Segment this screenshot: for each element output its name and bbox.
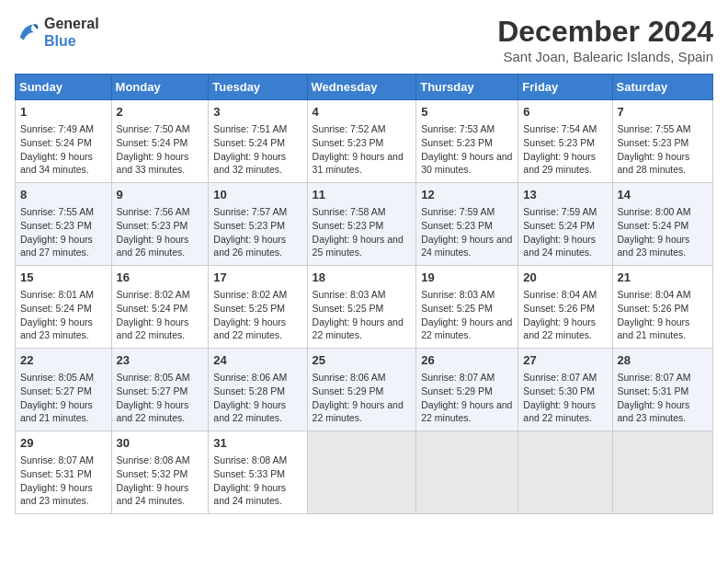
day-number: 7 [618,104,708,121]
daylight-text: Daylight: 9 hours and 22 minutes. [421,316,512,341]
sunrise-text: Sunrise: 8:07 AM [20,454,94,465]
daylight-text: Daylight: 9 hours and 24 minutes. [213,482,286,507]
calendar-cell: 25Sunrise: 8:06 AMSunset: 5:29 PMDayligh… [307,349,416,431]
calendar-cell: 11Sunrise: 7:58 AMSunset: 5:23 PMDayligh… [307,183,416,266]
daylight-text: Daylight: 9 hours and 26 minutes. [117,234,189,259]
daylight-text: Daylight: 9 hours and 23 minutes. [20,482,93,507]
sunset-text: Sunset: 5:23 PM [313,220,384,231]
daylight-text: Daylight: 9 hours and 24 minutes. [117,482,189,507]
sunset-text: Sunset: 5:27 PM [117,385,188,396]
sunset-text: Sunset: 5:24 PM [20,303,92,314]
sunrise-text: Sunrise: 8:00 AM [618,206,691,217]
daylight-text: Daylight: 9 hours and 22 minutes. [213,399,286,424]
sunrise-text: Sunrise: 7:49 AM [20,123,94,134]
day-number: 24 [213,352,301,369]
weekday-header-friday: Friday [518,75,612,100]
daylight-text: Daylight: 9 hours and 22 minutes. [117,316,189,341]
weekday-header-sunday: Sunday [16,75,112,100]
day-number: 5 [421,104,513,121]
sunset-text: Sunset: 5:24 PM [523,220,595,231]
sunset-text: Sunset: 5:23 PM [618,137,689,148]
calendar-cell: 6Sunrise: 7:54 AMSunset: 5:23 PMDaylight… [518,100,612,183]
weekday-header-tuesday: Tuesday [209,75,307,100]
sunrise-text: Sunrise: 7:54 AM [523,123,597,134]
calendar-cell: 13Sunrise: 7:59 AMSunset: 5:24 PMDayligh… [518,183,612,266]
sunset-text: Sunset: 5:28 PM [213,385,285,396]
calendar-cell: 27Sunrise: 8:07 AMSunset: 5:30 PMDayligh… [518,349,612,431]
daylight-text: Daylight: 9 hours and 34 minutes. [20,151,93,176]
sunset-text: Sunset: 5:23 PM [313,137,384,148]
day-number: 20 [523,270,607,286]
day-number: 8 [20,187,107,203]
calendar-week-row: 22Sunrise: 8:05 AMSunset: 5:27 PMDayligh… [16,349,713,431]
calendar-cell: 19Sunrise: 8:03 AMSunset: 5:25 PMDayligh… [416,266,518,349]
day-number: 16 [117,270,204,286]
sunrise-text: Sunrise: 7:55 AM [20,206,94,217]
sunset-text: Sunset: 5:29 PM [421,385,493,396]
weekday-header-wednesday: Wednesday [307,75,416,100]
sunset-text: Sunset: 5:24 PM [213,137,285,148]
sunrise-text: Sunrise: 7:57 AM [213,206,287,217]
day-number: 18 [313,270,412,286]
daylight-text: Daylight: 9 hours and 28 minutes. [618,151,690,176]
daylight-text: Daylight: 9 hours and 25 minutes. [313,234,404,259]
sunset-text: Sunset: 5:23 PM [523,137,595,148]
sunrise-text: Sunrise: 8:03 AM [421,289,495,300]
sunset-text: Sunset: 5:24 PM [618,220,689,231]
sunset-text: Sunset: 5:26 PM [523,303,595,314]
sunset-text: Sunset: 5:32 PM [117,468,188,479]
calendar-cell: 1Sunrise: 7:49 AMSunset: 5:24 PMDaylight… [16,100,112,183]
calendar-week-row: 15Sunrise: 8:01 AMSunset: 5:24 PMDayligh… [16,266,713,349]
calendar-cell: 10Sunrise: 7:57 AMSunset: 5:23 PMDayligh… [209,183,307,266]
day-number: 25 [313,352,412,369]
day-number: 26 [421,352,513,369]
daylight-text: Daylight: 9 hours and 22 minutes. [523,316,596,341]
sunrise-text: Sunrise: 8:05 AM [117,372,190,383]
sunset-text: Sunset: 5:23 PM [421,137,493,148]
daylight-text: Daylight: 9 hours and 26 minutes. [213,234,286,259]
sunset-text: Sunset: 5:31 PM [618,385,689,396]
sunset-text: Sunset: 5:25 PM [421,303,493,314]
calendar-week-row: 1Sunrise: 7:49 AMSunset: 5:24 PMDaylight… [16,100,713,183]
weekday-header-thursday: Thursday [416,75,518,100]
calendar-cell: 17Sunrise: 8:02 AMSunset: 5:25 PMDayligh… [209,266,307,349]
logo-icon [15,19,40,45]
day-number: 2 [117,104,204,121]
sunrise-text: Sunrise: 7:50 AM [117,123,190,134]
daylight-text: Daylight: 9 hours and 27 minutes. [20,234,93,259]
title-section: December 2024 Sant Joan, Balearic Island… [497,15,713,64]
daylight-text: Daylight: 9 hours and 22 minutes. [313,316,404,341]
calendar-cell: 9Sunrise: 7:56 AMSunset: 5:23 PMDaylight… [111,183,209,266]
daylight-text: Daylight: 9 hours and 22 minutes. [117,399,189,424]
daylight-text: Daylight: 9 hours and 22 minutes. [313,399,404,424]
daylight-text: Daylight: 9 hours and 23 minutes. [20,316,93,341]
sunset-text: Sunset: 5:29 PM [313,385,384,396]
daylight-text: Daylight: 9 hours and 23 minutes. [618,399,690,424]
day-number: 15 [20,270,107,286]
sunrise-text: Sunrise: 8:07 AM [523,372,597,383]
day-number: 19 [421,270,513,286]
sunrise-text: Sunrise: 8:02 AM [117,289,190,300]
day-number: 13 [523,187,607,203]
calendar-cell [307,431,416,514]
daylight-text: Daylight: 9 hours and 33 minutes. [117,151,189,176]
calendar-cell: 14Sunrise: 8:00 AMSunset: 5:24 PMDayligh… [612,183,712,266]
calendar-cell: 8Sunrise: 7:55 AMSunset: 5:23 PMDaylight… [16,183,112,266]
daylight-text: Daylight: 9 hours and 22 minutes. [421,399,512,424]
daylight-text: Daylight: 9 hours and 24 minutes. [421,234,512,259]
sunrise-text: Sunrise: 7:58 AM [313,206,386,217]
sunrise-text: Sunrise: 8:01 AM [20,289,94,300]
calendar-cell: 7Sunrise: 7:55 AMSunset: 5:23 PMDaylight… [612,100,712,183]
calendar-cell: 21Sunrise: 8:04 AMSunset: 5:26 PMDayligh… [612,266,712,349]
sunset-text: Sunset: 5:25 PM [313,303,384,314]
sunset-text: Sunset: 5:23 PM [20,220,92,231]
sunrise-text: Sunrise: 8:04 AM [523,289,597,300]
calendar-cell: 3Sunrise: 7:51 AMSunset: 5:24 PMDaylight… [209,100,307,183]
sunset-text: Sunset: 5:26 PM [618,303,689,314]
sunrise-text: Sunrise: 8:06 AM [213,372,287,383]
daylight-text: Daylight: 9 hours and 22 minutes. [213,316,286,341]
calendar-cell: 20Sunrise: 8:04 AMSunset: 5:26 PMDayligh… [518,266,612,349]
sunset-text: Sunset: 5:33 PM [213,468,285,479]
sunrise-text: Sunrise: 7:55 AM [618,123,691,134]
day-number: 11 [313,187,412,203]
